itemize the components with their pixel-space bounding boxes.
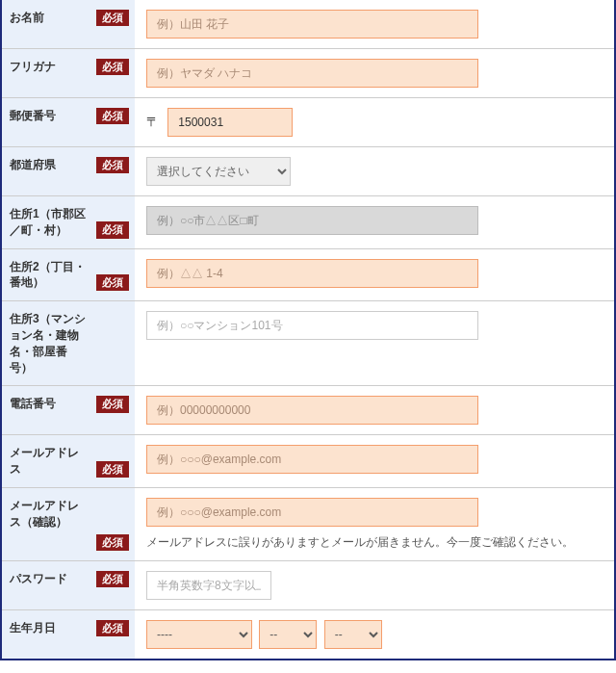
dob-day-select[interactable]: -- — [324, 620, 382, 649]
row-dob: 生年月日 必須 ---- -- -- — [2, 609, 614, 659]
label-kana: フリガナ 必須 — [2, 49, 135, 98]
label-addr1: 住所1（市郡区／町・村） 必須 — [2, 196, 135, 249]
tel-input[interactable] — [146, 396, 478, 425]
dob-group: ---- -- -- — [146, 620, 603, 649]
row-password: パスワード 必須 — [2, 560, 614, 609]
row-kana: フリガナ 必須 — [2, 49, 614, 98]
zip-input[interactable] — [167, 108, 293, 137]
label-email-confirm: メールアドレス（確認） 必須 — [2, 487, 135, 560]
required-badge: 必須 — [96, 396, 129, 412]
label-pref: 都道府県 必須 — [2, 147, 135, 196]
form-table: お名前 必須 フリガナ 必須 郵便番号 必須 〒 都道府県 必須 — [2, 0, 614, 659]
row-email-confirm: メールアドレス（確認） 必須 メールアドレスに誤りがありますとメールが届きません… — [2, 487, 614, 560]
label-tel: 電話番号 必須 — [2, 386, 135, 435]
label-text: 住所3（マンション名・建物名・部屋番号） — [10, 311, 87, 375]
row-addr2: 住所2（丁目・番地） 必須 — [2, 248, 614, 301]
row-name: お名前 必須 — [2, 0, 614, 49]
row-pref: 都道府県 必須 選択してください — [2, 147, 614, 196]
row-addr1: 住所1（市郡区／町・村） 必須 — [2, 196, 614, 249]
addr2-input[interactable] — [146, 259, 478, 288]
row-tel: 電話番号 必須 — [2, 386, 614, 435]
required-badge: 必須 — [96, 108, 129, 124]
dob-month-select[interactable]: -- — [259, 620, 317, 649]
label-text: メールアドレス — [10, 445, 87, 478]
row-zip: 郵便番号 必須 〒 — [2, 98, 614, 147]
email-confirm-note: メールアドレスに誤りがありますとメールが届きません。今一度ご確認ください。 — [146, 534, 603, 551]
label-text: 電話番号 — [10, 396, 56, 412]
email-input[interactable] — [146, 445, 478, 474]
pref-select[interactable]: 選択してください — [146, 157, 291, 186]
label-text: 生年月日 — [10, 620, 56, 636]
label-email: メールアドレス 必須 — [2, 435, 135, 488]
label-text: 都道府県 — [10, 157, 56, 173]
required-badge: 必須 — [96, 59, 129, 75]
name-input[interactable] — [146, 10, 478, 39]
required-badge: 必須 — [96, 221, 129, 238]
required-badge: 必須 — [96, 620, 129, 636]
label-text: フリガナ — [10, 59, 56, 75]
label-password: パスワード 必須 — [2, 560, 135, 609]
row-email: メールアドレス 必須 — [2, 435, 614, 488]
password-input[interactable] — [146, 571, 271, 600]
registration-form: お名前 必須 フリガナ 必須 郵便番号 必須 〒 都道府県 必須 — [0, 0, 616, 660]
label-text: 住所1（市郡区／町・村） — [10, 206, 87, 239]
addr1-input[interactable] — [146, 206, 478, 235]
label-zip: 郵便番号 必須 — [2, 98, 135, 147]
required-badge: 必須 — [96, 571, 129, 587]
label-addr2: 住所2（丁目・番地） 必須 — [2, 248, 135, 301]
label-text: 住所2（丁目・番地） — [10, 259, 87, 292]
email-confirm-input[interactable] — [146, 498, 478, 527]
required-badge: 必須 — [96, 274, 129, 291]
kana-input[interactable] — [146, 59, 478, 88]
label-text: 郵便番号 — [10, 108, 56, 124]
label-text: お名前 — [10, 10, 44, 26]
label-dob: 生年月日 必須 — [2, 609, 135, 659]
label-text: パスワード — [10, 571, 67, 587]
dob-year-select[interactable]: ---- — [146, 620, 252, 649]
label-addr3: 住所3（マンション名・建物名・部屋番号） — [2, 301, 135, 386]
row-addr3: 住所3（マンション名・建物名・部屋番号） — [2, 301, 614, 386]
zip-prefix: 〒 — [146, 114, 159, 131]
required-badge: 必須 — [96, 461, 129, 478]
label-text: メールアドレス（確認） — [10, 498, 87, 531]
addr3-input[interactable] — [146, 311, 478, 340]
label-name: お名前 必須 — [2, 0, 135, 49]
required-badge: 必須 — [96, 534, 129, 551]
required-badge: 必須 — [96, 10, 129, 26]
required-badge: 必須 — [96, 157, 129, 173]
